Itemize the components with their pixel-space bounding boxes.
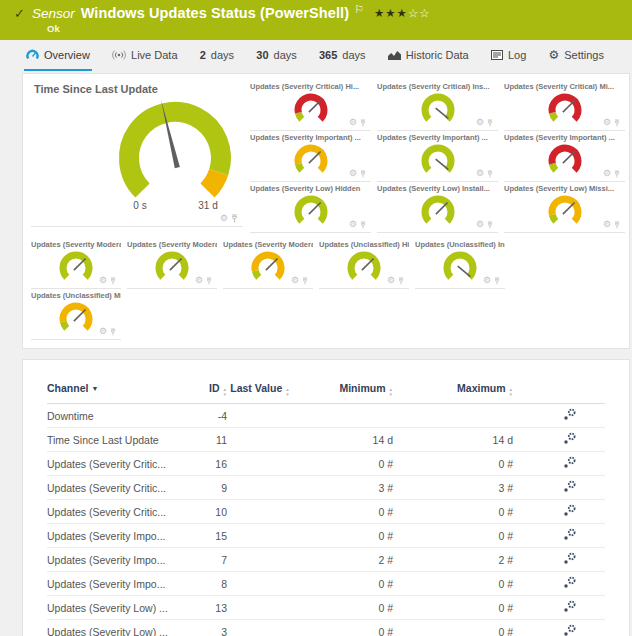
gauge-settings-gear-icon[interactable]: ⚙ xyxy=(476,169,484,178)
channel-id: 8 xyxy=(189,578,227,590)
gauge-settings-gear-icon[interactable]: ⚙ xyxy=(99,276,107,285)
pin-icon[interactable] xyxy=(360,119,366,127)
channel-name[interactable]: Updates (Severity Impo... xyxy=(47,578,189,590)
channel-settings-button[interactable] xyxy=(563,528,577,541)
channel-settings-button[interactable] xyxy=(563,576,577,589)
gauge-settings-gear-icon[interactable]: ⚙ xyxy=(476,220,484,229)
channel-name[interactable]: Updates (Severity Low) ... xyxy=(47,626,189,636)
channel-settings-button[interactable] xyxy=(563,456,577,469)
column-header-id[interactable]: ID▲▼ xyxy=(189,382,227,397)
gauge-settings-gear-icon[interactable]: ⚙ xyxy=(349,169,357,178)
gauge-settings-gear-icon[interactable]: ⚙ xyxy=(476,118,484,127)
gauge-cell: Updates (Severity Low) Hidden⚙ xyxy=(250,182,371,233)
gauge-title: Updates (Severity Low) Install... xyxy=(377,184,498,193)
channel-name[interactable]: Downtime xyxy=(47,410,189,422)
gauge-cell: Updates (Severity Important) ...⚙ xyxy=(250,131,371,182)
channel-actions xyxy=(513,552,605,567)
channel-minimum: 0 # xyxy=(293,458,393,470)
channel-name[interactable]: Time Since Last Update xyxy=(47,434,189,446)
channels-panel: Channel▼ ID▲▼ Last Value▲▼ Minimum▲▼ Max… xyxy=(22,359,630,636)
pin-icon[interactable] xyxy=(110,328,116,336)
gauge-icon xyxy=(26,49,39,60)
small-gauge xyxy=(150,249,194,280)
channel-name[interactable]: Updates (Severity Critic... xyxy=(47,506,189,518)
channel-name[interactable]: Updates (Severity Critic... xyxy=(47,482,189,494)
small-gauge xyxy=(289,91,333,122)
channel-id: 13 xyxy=(189,602,227,614)
column-header-maximum[interactable]: Maximum▲▼ xyxy=(393,382,513,397)
column-header-last-value[interactable]: Last Value▲▼ xyxy=(227,382,293,397)
gauge-settings-gear-icon[interactable]: ⚙ xyxy=(195,276,203,285)
tab-label: Historic Data xyxy=(406,49,469,61)
sort-icon[interactable]: ▲▼ xyxy=(509,388,513,397)
pin-icon[interactable] xyxy=(360,170,366,178)
tab-overview[interactable]: Overview xyxy=(24,40,92,71)
pin-icon[interactable] xyxy=(494,277,500,285)
pin-icon[interactable] xyxy=(614,170,620,178)
tab-365-days[interactable]: 365 days xyxy=(317,40,368,71)
gauge-title: Updates (Unclassified) Hidden xyxy=(319,240,409,249)
tab-30-days[interactable]: 30 days xyxy=(254,40,299,71)
channel-name[interactable]: Updates (Severity Low) ... xyxy=(47,602,189,614)
rating-stars[interactable]: ★★★☆☆ xyxy=(374,6,431,20)
pin-icon[interactable] xyxy=(231,214,238,223)
gauge-settings-gear-icon[interactable]: ⚙ xyxy=(603,220,611,229)
channel-maximum: 0 # xyxy=(393,458,513,470)
channel-actions xyxy=(513,528,605,543)
pin-icon[interactable] xyxy=(302,277,308,285)
pin-icon[interactable] xyxy=(487,119,493,127)
pin-icon[interactable] xyxy=(398,277,404,285)
gauge-settings-gear-icon[interactable]: ⚙ xyxy=(220,214,228,223)
channel-settings-button[interactable] xyxy=(563,408,577,421)
gauge-settings-gear-icon[interactable]: ⚙ xyxy=(291,276,299,285)
gauge-settings-gear-icon[interactable]: ⚙ xyxy=(349,118,357,127)
channel-name[interactable]: Updates (Severity Impo... xyxy=(47,554,189,566)
channel-settings-gears-icon xyxy=(563,600,577,613)
pin-icon[interactable] xyxy=(206,277,212,285)
gauge-title: Updates (Severity Critical) Mi... xyxy=(504,82,625,91)
tab-settings[interactable]: ⚙ Settings xyxy=(546,40,606,71)
gauge-cell: Updates (Severity Important) ...⚙ xyxy=(377,131,498,182)
pin-icon[interactable] xyxy=(487,170,493,178)
pin-icon[interactable] xyxy=(487,221,493,229)
small-gauge xyxy=(289,193,333,224)
channel-id: 3 xyxy=(189,626,227,636)
object-kind-label: Sensor xyxy=(32,6,75,21)
table-header-row: Channel▼ ID▲▼ Last Value▲▼ Minimum▲▼ Max… xyxy=(47,376,605,404)
gauge-settings-gear-icon[interactable]: ⚙ xyxy=(99,327,107,336)
column-header-minimum[interactable]: Minimum▲▼ xyxy=(293,382,393,397)
column-header-channel[interactable]: Channel▼ xyxy=(47,382,189,394)
tab-historic-data[interactable]: Historic Data xyxy=(386,40,471,71)
small-gauge xyxy=(543,142,587,173)
channel-settings-button[interactable] xyxy=(563,480,577,493)
gauge-settings-gear-icon[interactable]: ⚙ xyxy=(603,169,611,178)
channel-settings-button[interactable] xyxy=(563,504,577,517)
channel-actions xyxy=(513,504,605,519)
pin-icon[interactable] xyxy=(110,277,116,285)
tab-log[interactable]: Log xyxy=(489,40,528,71)
flag-icon[interactable]: ⚐ xyxy=(354,3,364,16)
table-row: Updates (Severity Critic...160 #0 # xyxy=(47,452,605,476)
channel-name[interactable]: Updates (Severity Impo... xyxy=(47,530,189,542)
tab-live-data[interactable]: Live Data xyxy=(110,40,179,71)
channel-settings-button[interactable] xyxy=(563,624,577,636)
pin-icon[interactable] xyxy=(614,119,620,127)
channel-actions xyxy=(513,624,605,636)
gauge-settings-gear-icon[interactable]: ⚙ xyxy=(603,118,611,127)
tab-2-days[interactable]: 2 days xyxy=(198,40,236,71)
channel-settings-button[interactable] xyxy=(563,600,577,613)
channel-settings-button[interactable] xyxy=(563,432,577,445)
channel-settings-gears-icon xyxy=(563,552,577,565)
gauge-title: Updates (Unclassified) Install... xyxy=(415,240,505,249)
gauge-settings-gear-icon[interactable]: ⚙ xyxy=(483,276,491,285)
pin-icon[interactable] xyxy=(614,221,620,229)
channel-settings-button[interactable] xyxy=(563,552,577,565)
gauge-title: Updates (Severity Important) ... xyxy=(504,133,625,142)
gauge-settings-gear-icon[interactable]: ⚙ xyxy=(349,220,357,229)
gauge-settings-gear-icon[interactable]: ⚙ xyxy=(387,276,395,285)
tab-number: 365 xyxy=(319,49,337,61)
sort-icon[interactable]: ▲▼ xyxy=(285,388,289,397)
pin-icon[interactable] xyxy=(360,221,366,229)
channel-maximum: 0 # xyxy=(393,602,513,614)
channel-name[interactable]: Updates (Severity Critic... xyxy=(47,458,189,470)
